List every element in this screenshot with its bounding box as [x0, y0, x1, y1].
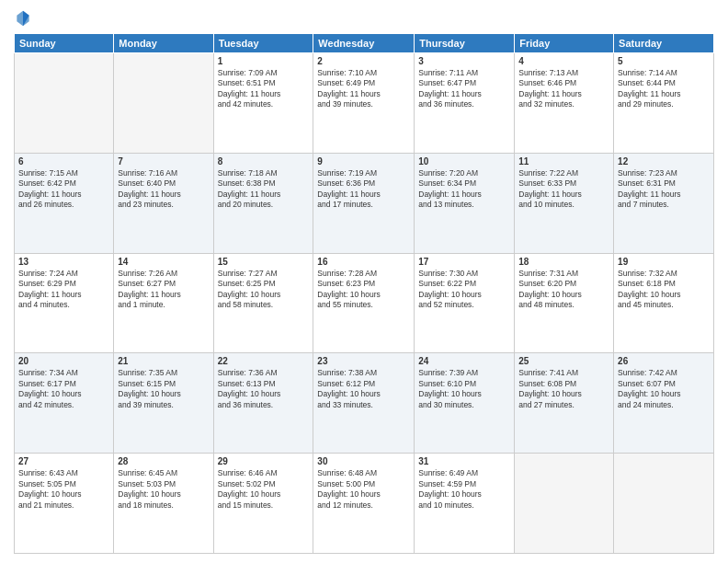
day-of-week-header: Tuesday [213, 34, 313, 53]
day-of-week-header: Thursday [415, 34, 515, 53]
day-info: Sunrise: 7:20 AM Sunset: 6:34 PM Dayligh… [418, 168, 510, 211]
calendar-day-cell: 1Sunrise: 7:09 AM Sunset: 6:51 PM Daylig… [213, 53, 313, 154]
calendar-day-cell: 21Sunrise: 7:35 AM Sunset: 6:15 PM Dayli… [114, 353, 213, 454]
day-number: 13 [18, 257, 109, 267]
day-number: 17 [418, 257, 510, 267]
calendar-day-cell: 14Sunrise: 7:26 AM Sunset: 6:27 PM Dayli… [114, 253, 213, 353]
day-info: Sunrise: 7:38 AM Sunset: 6:12 PM Dayligh… [317, 368, 410, 410]
calendar-header-row: SundayMondayTuesdayWednesdayThursdayFrid… [15, 34, 714, 53]
calendar-day-cell [614, 454, 714, 554]
day-number: 3 [418, 56, 510, 66]
day-info: Sunrise: 7:26 AM Sunset: 6:27 PM Dayligh… [118, 269, 209, 311]
calendar-day-cell: 17Sunrise: 7:30 AM Sunset: 6:22 PM Dayli… [415, 253, 515, 353]
calendar-day-cell: 13Sunrise: 7:24 AM Sunset: 6:29 PM Dayli… [15, 253, 114, 353]
logo-icon [14, 9, 32, 28]
calendar-week-row: 20Sunrise: 7:34 AM Sunset: 6:17 PM Dayli… [15, 353, 714, 454]
day-of-week-header: Friday [515, 34, 614, 53]
day-of-week-header: Monday [114, 34, 213, 53]
day-of-week-header: Wednesday [313, 34, 415, 53]
day-number: 29 [218, 456, 310, 466]
day-number: 11 [518, 156, 609, 167]
day-info: Sunrise: 7:14 AM Sunset: 6:44 PM Dayligh… [618, 68, 710, 110]
calendar-day-cell: 4Sunrise: 7:13 AM Sunset: 6:46 PM Daylig… [515, 53, 614, 154]
calendar-day-cell [515, 454, 614, 554]
calendar-day-cell: 11Sunrise: 7:22 AM Sunset: 6:33 PM Dayli… [515, 153, 614, 253]
day-info: Sunrise: 7:15 AM Sunset: 6:42 PM Dayligh… [18, 168, 109, 211]
day-number: 25 [518, 356, 609, 366]
calendar-day-cell: 30Sunrise: 6:48 AM Sunset: 5:00 PM Dayli… [313, 454, 415, 554]
day-info: Sunrise: 6:45 AM Sunset: 5:03 PM Dayligh… [118, 468, 209, 511]
day-number: 1 [218, 56, 310, 66]
calendar-day-cell: 25Sunrise: 7:41 AM Sunset: 6:08 PM Dayli… [515, 353, 614, 454]
day-info: Sunrise: 7:36 AM Sunset: 6:13 PM Dayligh… [218, 368, 310, 410]
calendar-day-cell: 20Sunrise: 7:34 AM Sunset: 6:17 PM Dayli… [15, 353, 114, 454]
calendar-day-cell: 28Sunrise: 6:45 AM Sunset: 5:03 PM Dayli… [114, 454, 213, 554]
day-number: 22 [218, 356, 310, 366]
day-number: 2 [317, 56, 410, 66]
day-info: Sunrise: 6:46 AM Sunset: 5:02 PM Dayligh… [218, 468, 310, 511]
day-info: Sunrise: 7:24 AM Sunset: 6:29 PM Dayligh… [18, 269, 109, 311]
calendar-day-cell: 15Sunrise: 7:27 AM Sunset: 6:25 PM Dayli… [213, 253, 313, 353]
day-info: Sunrise: 7:42 AM Sunset: 6:07 PM Dayligh… [618, 368, 710, 410]
day-number: 20 [18, 356, 109, 366]
calendar-day-cell: 31Sunrise: 6:49 AM Sunset: 4:59 PM Dayli… [415, 454, 515, 554]
calendar-day-cell: 7Sunrise: 7:16 AM Sunset: 6:40 PM Daylig… [114, 153, 213, 253]
day-info: Sunrise: 7:35 AM Sunset: 6:15 PM Dayligh… [118, 368, 209, 410]
day-number: 8 [218, 156, 310, 167]
calendar-day-cell [15, 53, 114, 154]
day-info: Sunrise: 6:48 AM Sunset: 5:00 PM Dayligh… [317, 468, 410, 511]
calendar-day-cell: 23Sunrise: 7:38 AM Sunset: 6:12 PM Dayli… [313, 353, 415, 454]
calendar-day-cell: 6Sunrise: 7:15 AM Sunset: 6:42 PM Daylig… [15, 153, 114, 253]
day-info: Sunrise: 6:49 AM Sunset: 4:59 PM Dayligh… [418, 468, 510, 511]
day-number: 15 [218, 257, 310, 267]
day-info: Sunrise: 7:23 AM Sunset: 6:31 PM Dayligh… [618, 168, 710, 211]
day-number: 30 [317, 456, 410, 466]
day-number: 18 [518, 257, 609, 267]
day-number: 4 [518, 56, 609, 66]
day-info: Sunrise: 6:43 AM Sunset: 5:05 PM Dayligh… [18, 468, 109, 511]
day-info: Sunrise: 7:27 AM Sunset: 6:25 PM Dayligh… [218, 269, 310, 311]
calendar-day-cell: 16Sunrise: 7:28 AM Sunset: 6:23 PM Dayli… [313, 253, 415, 353]
day-info: Sunrise: 7:22 AM Sunset: 6:33 PM Dayligh… [518, 168, 609, 211]
calendar-day-cell: 26Sunrise: 7:42 AM Sunset: 6:07 PM Dayli… [614, 353, 714, 454]
day-info: Sunrise: 7:31 AM Sunset: 6:20 PM Dayligh… [518, 269, 609, 311]
calendar-day-cell: 29Sunrise: 6:46 AM Sunset: 5:02 PM Dayli… [213, 454, 313, 554]
day-number: 19 [618, 257, 710, 267]
calendar-day-cell: 9Sunrise: 7:19 AM Sunset: 6:36 PM Daylig… [313, 153, 415, 253]
day-info: Sunrise: 7:13 AM Sunset: 6:46 PM Dayligh… [518, 68, 609, 110]
day-number: 16 [317, 257, 410, 267]
calendar-week-row: 6Sunrise: 7:15 AM Sunset: 6:42 PM Daylig… [15, 153, 714, 253]
calendar-day-cell: 2Sunrise: 7:10 AM Sunset: 6:49 PM Daylig… [313, 53, 415, 154]
day-number: 23 [317, 356, 410, 366]
logo [14, 9, 36, 28]
day-info: Sunrise: 7:11 AM Sunset: 6:47 PM Dayligh… [418, 68, 510, 110]
calendar-day-cell: 3Sunrise: 7:11 AM Sunset: 6:47 PM Daylig… [415, 53, 515, 154]
day-number: 26 [618, 356, 710, 366]
calendar-day-cell: 12Sunrise: 7:23 AM Sunset: 6:31 PM Dayli… [614, 153, 714, 253]
calendar-day-cell: 5Sunrise: 7:14 AM Sunset: 6:44 PM Daylig… [614, 53, 714, 154]
page-header [14, 9, 714, 28]
day-number: 6 [18, 156, 109, 167]
calendar-day-cell: 19Sunrise: 7:32 AM Sunset: 6:18 PM Dayli… [614, 253, 714, 353]
day-info: Sunrise: 7:09 AM Sunset: 6:51 PM Dayligh… [218, 68, 310, 110]
calendar-day-cell: 27Sunrise: 6:43 AM Sunset: 5:05 PM Dayli… [15, 454, 114, 554]
day-info: Sunrise: 7:10 AM Sunset: 6:49 PM Dayligh… [317, 68, 410, 110]
day-number: 12 [618, 156, 710, 167]
calendar-day-cell: 24Sunrise: 7:39 AM Sunset: 6:10 PM Dayli… [415, 353, 515, 454]
day-number: 21 [118, 356, 209, 366]
day-info: Sunrise: 7:39 AM Sunset: 6:10 PM Dayligh… [418, 368, 510, 410]
day-of-week-header: Saturday [614, 34, 714, 53]
calendar-day-cell: 8Sunrise: 7:18 AM Sunset: 6:38 PM Daylig… [213, 153, 313, 253]
calendar-day-cell: 18Sunrise: 7:31 AM Sunset: 6:20 PM Dayli… [515, 253, 614, 353]
day-info: Sunrise: 7:41 AM Sunset: 6:08 PM Dayligh… [518, 368, 609, 410]
day-number: 10 [418, 156, 510, 167]
day-number: 28 [118, 456, 209, 466]
calendar-day-cell: 22Sunrise: 7:36 AM Sunset: 6:13 PM Dayli… [213, 353, 313, 454]
day-info: Sunrise: 7:16 AM Sunset: 6:40 PM Dayligh… [118, 168, 209, 211]
calendar-week-row: 1Sunrise: 7:09 AM Sunset: 6:51 PM Daylig… [15, 53, 714, 154]
calendar-table: SundayMondayTuesdayWednesdayThursdayFrid… [14, 33, 714, 554]
calendar-week-row: 27Sunrise: 6:43 AM Sunset: 5:05 PM Dayli… [15, 454, 714, 554]
day-number: 27 [18, 456, 109, 466]
day-info: Sunrise: 7:34 AM Sunset: 6:17 PM Dayligh… [18, 368, 109, 410]
day-number: 31 [418, 456, 510, 466]
